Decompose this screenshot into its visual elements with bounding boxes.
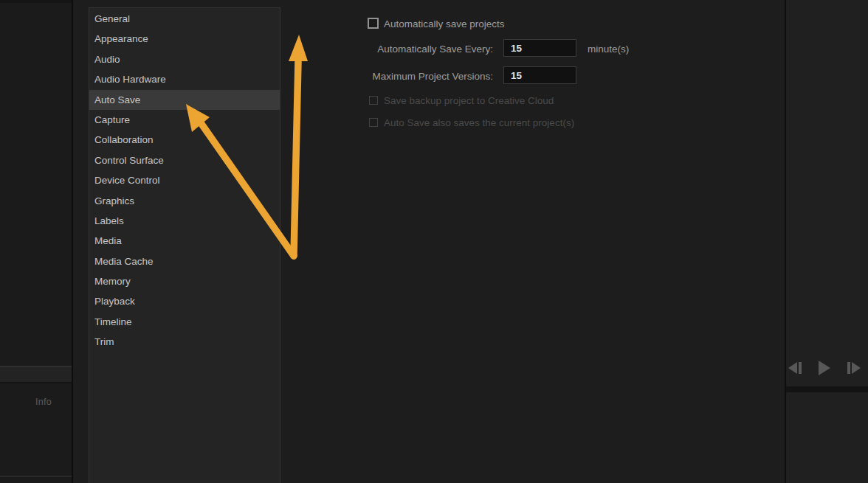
sidebar-item-memory[interactable]: Memory <box>89 271 280 291</box>
sidebar-item-labels[interactable]: Labels <box>89 211 280 231</box>
sidebar-item-capture[interactable]: Capture <box>89 110 280 130</box>
sidebar-item-playback[interactable]: Playback <box>89 291 280 311</box>
app-background-left <box>0 0 72 483</box>
sidebar-item-collaboration[interactable]: Collaboration <box>89 130 280 150</box>
timeline-strip <box>786 386 868 392</box>
sidebar-item-device-control[interactable]: Device Control <box>89 170 280 190</box>
play-button[interactable] <box>815 361 834 375</box>
step-back-icon <box>788 362 797 374</box>
step-back-button[interactable] <box>785 361 805 375</box>
step-back-bar <box>799 362 802 374</box>
sidebar-item-auto-save[interactable]: Auto Save <box>89 90 280 110</box>
backup-creative-cloud-checkbox <box>369 96 378 105</box>
autosave-current-project-checkbox <box>369 118 378 127</box>
preferences-dialog: General Appearance Audio Audio Hardware … <box>73 0 785 483</box>
info-panel-tab[interactable]: Info <box>35 397 52 407</box>
sidebar-item-media[interactable]: Media <box>89 231 280 251</box>
sidebar-item-timeline[interactable]: Timeline <box>89 312 280 332</box>
auto-save-settings: Automatically save projects Automaticall… <box>281 0 785 483</box>
automatically-save-projects-checkbox[interactable] <box>368 18 379 29</box>
save-every-input[interactable] <box>503 39 576 57</box>
sidebar-item-media-cache[interactable]: Media Cache <box>89 251 280 271</box>
sidebar-item-trim[interactable]: Trim <box>89 332 280 352</box>
step-forward-button[interactable] <box>844 361 864 375</box>
panel-header-strip <box>0 367 72 383</box>
max-versions-input[interactable] <box>503 66 576 84</box>
save-every-label: Automatically Save Every: <box>294 44 493 55</box>
sidebar-item-control-surface[interactable]: Control Surface <box>89 150 280 170</box>
automatically-save-projects-label: Automatically save projects <box>384 18 505 29</box>
app-background-right <box>786 0 868 483</box>
backup-creative-cloud-label: Save backup project to Creative Cloud <box>384 95 554 106</box>
sidebar-item-graphics[interactable]: Graphics <box>89 191 280 211</box>
save-every-suffix: minute(s) <box>588 44 629 55</box>
play-icon <box>819 361 830 375</box>
panel-divider <box>785 0 786 483</box>
panel-seam <box>0 476 72 477</box>
sidebar-item-general[interactable]: General <box>89 9 280 29</box>
sidebar-item-appearance[interactable]: Appearance <box>89 29 280 49</box>
step-forward-bar <box>847 362 850 374</box>
preferences-category-list: General Appearance Audio Audio Hardware … <box>89 7 280 483</box>
sidebar-item-audio-hardware[interactable]: Audio Hardware <box>89 69 280 89</box>
sidebar-item-audio[interactable]: Audio <box>89 49 280 69</box>
step-forward-icon <box>852 362 861 374</box>
max-versions-label: Maximum Project Versions: <box>294 71 493 82</box>
autosave-current-project-label: Auto Save also saves the current project… <box>384 117 574 128</box>
